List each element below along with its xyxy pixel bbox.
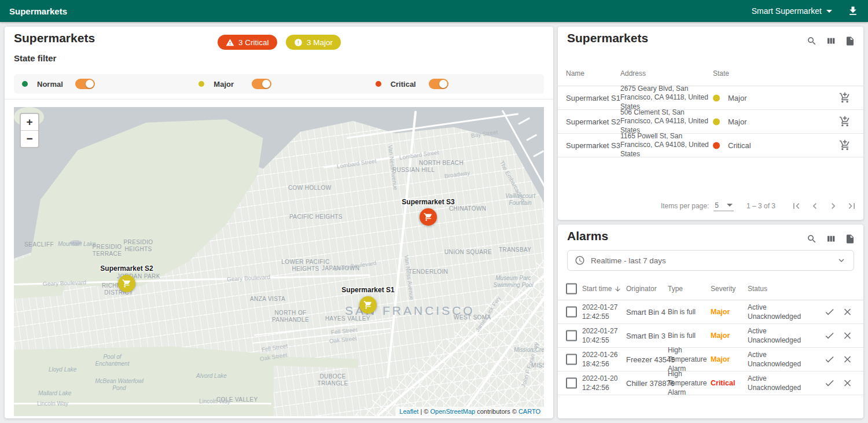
map-street-grid: [14, 107, 544, 416]
normal-toggle[interactable]: [75, 79, 95, 89]
map-label: ANZA VISTA: [250, 296, 285, 303]
zoom-out-button[interactable]: −: [21, 131, 38, 147]
divider: [5, 99, 553, 100]
chevron-down-icon: [727, 204, 733, 207]
map-label: Vaillancourt Fountain: [498, 193, 543, 206]
map-lake: [69, 240, 82, 245]
card-title: Supermarkets: [14, 31, 95, 45]
map-park-buena-vista: [14, 107, 44, 127]
alarm-status: Active Unacknowledged: [748, 326, 806, 344]
alarm-row[interactable]: 2022-01-20 12:42:56 Chiller 378876 High …: [558, 371, 863, 395]
attribution-text: contributors ©: [475, 408, 518, 415]
filter-critical: Critical: [367, 79, 544, 89]
prev-page-button[interactable]: [809, 200, 821, 212]
leaflet-link[interactable]: Leaflet: [399, 408, 418, 415]
col-severity: Severity: [711, 285, 735, 293]
map-label: JAPANTOWN: [322, 265, 359, 272]
major-toggle[interactable]: [252, 79, 271, 89]
acknowledge-icon[interactable]: [824, 306, 835, 317]
map-label: McBean Waterfowl Pond: [95, 378, 144, 391]
page-range-label: 1 – 3 of 3: [746, 202, 775, 210]
attribution-text: | ©: [418, 408, 430, 415]
zoom-in-button[interactable]: +: [21, 114, 38, 131]
map-label: DUBOCE TRIANGLE: [315, 373, 351, 387]
map-label: WEST SOMA: [454, 314, 491, 321]
road-fell: [254, 320, 392, 336]
map-label: NORTH OF PANHANDLE: [267, 310, 314, 323]
road-bay: [347, 113, 518, 139]
warning-icon: [226, 38, 234, 47]
row-checkbox[interactable]: [566, 330, 577, 341]
map-label: SEACLIFF: [24, 241, 54, 248]
alarm-row[interactable]: 2022-01-27 10:42:55 Smart Bin 3 Bin is f…: [558, 323, 863, 348]
alarm-type: High Temperature Alarm: [668, 369, 709, 397]
acknowledge-icon[interactable]: [824, 377, 835, 388]
columns-icon[interactable]: [826, 36, 836, 46]
alarm-row[interactable]: 2022-01-26 18:42:56 Freezer 43545 High T…: [558, 347, 863, 371]
row-checkbox[interactable]: [566, 354, 577, 365]
filter-label: Critical: [391, 80, 421, 89]
supermarket-name: Supermarket S2: [566, 117, 620, 126]
alarm-start-time: 2022-01-27 10:42:55: [582, 326, 623, 344]
time-window-select[interactable]: Realtime - last 7 days: [567, 250, 854, 271]
first-page-button[interactable]: [790, 200, 802, 212]
col-start-time[interactable]: Start time: [582, 285, 621, 293]
acknowledge-icon[interactable]: [824, 330, 835, 341]
state-dot: [713, 118, 720, 125]
next-page-button[interactable]: [827, 200, 839, 212]
map-label: TRANSBAY: [499, 247, 531, 253]
major-count-label: 3 Major: [307, 38, 333, 47]
select-all-checkbox[interactable]: [566, 284, 577, 295]
map-pier: [518, 117, 530, 125]
add-cart-icon[interactable]: [839, 139, 851, 151]
clear-icon[interactable]: [842, 354, 853, 365]
osm-link[interactable]: OpenStreetMap: [430, 408, 475, 415]
last-page-button[interactable]: [846, 200, 858, 212]
map-label: Museum Parc Swimming Pool: [487, 275, 539, 288]
search-icon[interactable]: [807, 234, 817, 244]
map-markers: Supermarket S3Supermarket S2Supermarket …: [14, 107, 544, 416]
supermarket-row[interactable]: Supermarket S2 506 Clement St, San Franc…: [558, 109, 863, 134]
alarm-severity: Major: [711, 332, 730, 340]
clear-icon[interactable]: [842, 330, 853, 341]
clear-icon[interactable]: [842, 306, 853, 317]
road-oak: [252, 328, 391, 344]
alarm-status: Active Unacknowledged: [748, 373, 806, 392]
alarm-originator: Smart Bin 4: [626, 307, 665, 316]
row-checkbox[interactable]: [566, 377, 577, 388]
supermarket-state: Major: [713, 93, 747, 102]
row-checkbox[interactable]: [566, 306, 577, 317]
map-label: Lombard Street: [399, 149, 439, 161]
supermarket-row[interactable]: Supermarket S3 1165 Powell St, San Franc…: [558, 133, 863, 157]
error-icon: [294, 38, 303, 47]
road-embarcadero: [502, 110, 544, 202]
add-cart-icon[interactable]: [839, 116, 851, 127]
search-icon[interactable]: [807, 36, 817, 46]
export-file-icon[interactable]: [845, 234, 855, 244]
columns-icon[interactable]: [826, 234, 836, 244]
download-icon[interactable]: [847, 5, 859, 17]
map[interactable]: SEACLIFFMountain LakePRESIDIO TERRACEPRE…: [14, 107, 544, 416]
export-file-icon[interactable]: [845, 36, 855, 46]
critical-toggle[interactable]: [429, 79, 448, 89]
top-bar: Supermarkets Smart Supermarket: [0, 0, 868, 22]
supermarket-row[interactable]: Supermarket S1 2675 Geary Blvd, San Fran…: [558, 86, 863, 110]
add-cart-icon[interactable]: [839, 92, 851, 104]
map-label: UNION SQUARE: [444, 249, 492, 256]
filter-normal: Normal: [14, 79, 190, 89]
chevron-down-icon: [826, 10, 832, 13]
map-label: SAN FRANCISCO: [345, 304, 475, 318]
state-dot: [713, 94, 720, 101]
carto-link[interactable]: CARTO: [518, 408, 540, 415]
acknowledge-icon[interactable]: [824, 354, 835, 365]
items-per-page-select[interactable]: 5: [713, 201, 734, 211]
map-zoom-control: + −: [20, 113, 39, 148]
clear-icon[interactable]: [842, 377, 853, 388]
alarm-row[interactable]: 2022-01-27 12:42:55 Smart Bin 4 Bin is f…: [558, 300, 863, 324]
entity-selector[interactable]: Smart Supermarket: [752, 6, 832, 16]
alarm-type: Bin is full: [668, 330, 709, 340]
supermarket-address: 2675 Geary Blvd, San Francisco, CA 94118…: [620, 84, 709, 111]
alarm-severity: Major: [711, 308, 730, 316]
marker-label: Supermarket S2: [100, 264, 153, 273]
alarm-start-time: 2022-01-27 12:42:55: [582, 302, 623, 321]
